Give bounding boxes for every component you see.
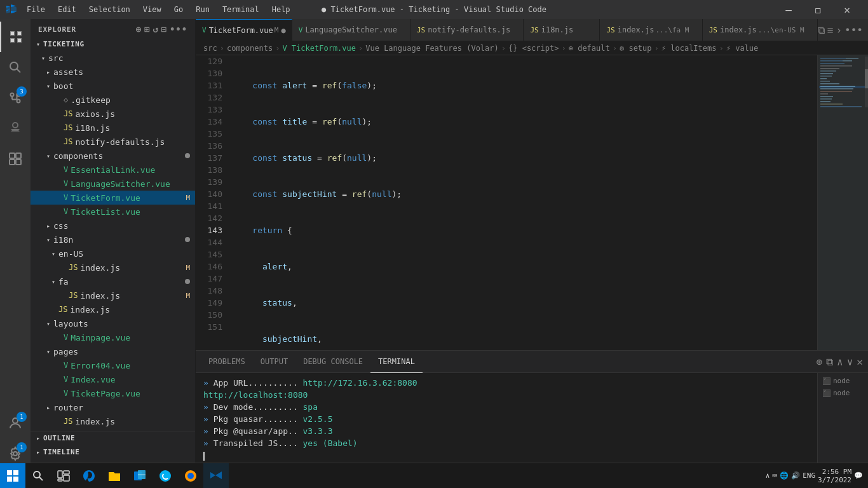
tree-item-boot[interactable]: ▾ boot xyxy=(31,79,195,93)
tray-lang[interactable]: ENG xyxy=(803,471,815,480)
tree-item-ticketpage[interactable]: V TicketPage.vue xyxy=(31,386,195,400)
add-terminal-icon[interactable]: ⊕ xyxy=(816,356,822,368)
skype-taskbar[interactable] xyxy=(153,463,178,489)
activity-account[interactable]: 1 xyxy=(0,408,31,438)
tab-index-fa[interactable]: JS index.js ...\fa M × xyxy=(600,19,702,41)
tree-item-fa[interactable]: ▾ fa xyxy=(31,274,195,288)
tree-item-index-vue[interactable]: V Index.vue xyxy=(31,372,195,386)
fileexplorer-taskbar[interactable] xyxy=(102,463,127,489)
tree-item-en-us[interactable]: ▾ en-US xyxy=(31,247,195,261)
tab-overflow-icon[interactable]: › xyxy=(836,24,842,36)
tray-chevron[interactable]: ∧ xyxy=(766,471,770,480)
tree-item-ticketlist[interactable]: V TicketList.vue xyxy=(31,205,195,219)
tab-ticketform[interactable]: V TicketForm.vue M ● xyxy=(196,19,292,41)
breadcrumb-value[interactable]: ⚡ value xyxy=(726,44,759,53)
tree-item-axios[interactable]: JS axios.js xyxy=(31,107,195,121)
tree-item-outline[interactable]: ▸ OUTLINE xyxy=(31,431,195,445)
tab-i18n[interactable]: JS i18n.js × xyxy=(524,19,600,41)
breadcrumb-script[interactable]: {} <script> xyxy=(508,44,559,53)
tree-item-ticketing[interactable]: ▾ TICKETING xyxy=(31,37,195,51)
tree-item-ticketform[interactable]: V TicketForm.vue M xyxy=(31,191,195,205)
tree-item-router[interactable]: ▸ router xyxy=(31,400,195,414)
menu-file[interactable]: File xyxy=(22,4,50,15)
tree-item-assets[interactable]: ▸ assets xyxy=(31,65,195,79)
node-instance-2[interactable]: ⬛ node xyxy=(820,388,865,398)
tree-item-notify[interactable]: JS notify-defaults.js xyxy=(31,135,195,149)
menu-go[interactable]: Go xyxy=(169,4,188,15)
tab-close-ticketform[interactable]: ● xyxy=(281,26,285,35)
activity-git[interactable]: 3 xyxy=(0,83,31,113)
tab-notify[interactable]: JS notify-defaults.js × xyxy=(410,19,524,41)
breadcrumb-volar[interactable]: Vue Language Features (Volar) xyxy=(365,44,499,53)
terminal-up-icon[interactable]: ∧ xyxy=(837,356,843,368)
tree-item-index-router[interactable]: JS index.js xyxy=(31,414,195,428)
tree-item-css[interactable]: ▸ css xyxy=(31,219,195,233)
new-file-icon[interactable]: ⊕ xyxy=(136,24,142,34)
breadcrumb-src[interactable]: src xyxy=(203,44,217,53)
breadcrumb-setup[interactable]: ⚙ setup xyxy=(620,44,652,53)
breadcrumb-file[interactable]: V TicketForm.vue xyxy=(282,44,356,53)
ellipsis-icon[interactable]: ••• xyxy=(170,24,187,34)
restore-button[interactable]: ◻ xyxy=(803,0,832,19)
tree-item-index-en[interactable]: JS index.js M xyxy=(31,261,195,274)
tray-volume[interactable]: 🔊 xyxy=(791,471,800,480)
refresh-icon[interactable]: ↺ xyxy=(153,24,158,34)
firefox-taskbar[interactable] xyxy=(178,463,203,489)
tree-item-gitkeep[interactable]: ◇ .gitkeep xyxy=(31,93,195,107)
activity-explorer[interactable] xyxy=(0,22,31,52)
tree-item-timeline[interactable]: ▸ TIMELINE xyxy=(31,445,195,459)
menu-selection[interactable]: Selection xyxy=(84,4,135,15)
outlook-taskbar[interactable] xyxy=(127,463,153,489)
tree-item-index-fa[interactable]: JS index.js M xyxy=(31,288,195,302)
collapse-all-icon[interactable]: ⊟ xyxy=(161,24,167,34)
code-content[interactable]: const alert = ref(false); const title = … xyxy=(227,55,817,350)
tree-item-essentiallink[interactable]: V EssentialLink.vue xyxy=(31,163,195,177)
tree-item-index-i18n[interactable]: JS index.js xyxy=(31,302,195,316)
minimize-button[interactable]: — xyxy=(774,0,803,19)
tray-network[interactable]: 🌐 xyxy=(780,471,789,480)
panel-tab-debug[interactable]: DEBUG CONSOLE xyxy=(295,351,370,373)
panel-tab-problems[interactable]: PROBLEMS xyxy=(201,351,253,373)
tray-clock[interactable]: 2:56 PM 3/7/2022 xyxy=(818,468,851,484)
tree-item-i18n-boot[interactable]: JS i18n.js xyxy=(31,121,195,135)
new-folder-icon[interactable]: ⊞ xyxy=(144,24,150,34)
tree-item-components[interactable]: ▾ components xyxy=(31,149,195,163)
tab-index-en[interactable]: JS index.js ...\en-US M × xyxy=(703,19,818,41)
activity-extensions[interactable] xyxy=(0,144,31,174)
breadcrumb-localitems[interactable]: ⚡ localItems xyxy=(661,44,717,53)
tree-item-layouts[interactable]: ▾ layouts xyxy=(31,316,195,330)
tray-keyboard[interactable]: ⌨ xyxy=(772,471,777,480)
tree-item-src[interactable]: ▾ src xyxy=(31,51,195,65)
tab-languageswitcher[interactable]: V LanguageSwitcher.vue × xyxy=(292,19,410,41)
activity-search[interactable] xyxy=(0,52,31,83)
tab-extra-icon[interactable]: ••• xyxy=(844,24,863,36)
tree-item-languageswitcher[interactable]: V LanguageSwitcher.vue xyxy=(31,177,195,191)
menu-run[interactable]: Run xyxy=(191,4,215,15)
close-panel-icon[interactable]: ✕ xyxy=(857,356,863,368)
panel-tab-terminal[interactable]: TERMINAL xyxy=(370,351,423,373)
tree-item-mainpage[interactable]: V Mainpage.vue xyxy=(31,330,195,344)
terminal-down-icon[interactable]: ∨ xyxy=(847,356,853,368)
tree-item-i18n[interactable]: ▾ i18n xyxy=(31,233,195,247)
menu-view[interactable]: View xyxy=(138,4,166,15)
close-button[interactable]: ✕ xyxy=(832,0,862,19)
tree-item-pages[interactable]: ▾ pages xyxy=(31,344,195,358)
menu-help[interactable]: Help xyxy=(267,4,295,15)
tree-item-error404[interactable]: V Error404.vue xyxy=(31,358,195,372)
vscode-taskbar[interactable] xyxy=(203,463,229,489)
breadcrumb-components[interactable]: components xyxy=(227,44,273,53)
search-taskbar[interactable] xyxy=(25,463,51,489)
edge-taskbar[interactable] xyxy=(76,463,102,489)
activity-debug[interactable] xyxy=(0,113,31,144)
terminal-area[interactable]: » App URL.......... http://172.16.3.62:8… xyxy=(196,373,817,474)
more-actions-icon[interactable]: ≡ xyxy=(827,24,834,36)
split-terminal-icon[interactable]: ⧉ xyxy=(826,356,833,368)
menu-edit[interactable]: Edit xyxy=(53,4,81,15)
start-button[interactable] xyxy=(0,463,25,489)
breadcrumb-default[interactable]: ⊕ default xyxy=(569,44,610,53)
tray-notifications[interactable]: 💬 xyxy=(854,471,863,480)
panel-tab-output[interactable]: OUTPUT xyxy=(253,351,295,373)
node-instance-1[interactable]: ⬛ node xyxy=(820,376,865,386)
menu-terminal[interactable]: Terminal xyxy=(217,4,264,15)
taskview-taskbar[interactable] xyxy=(51,463,76,489)
